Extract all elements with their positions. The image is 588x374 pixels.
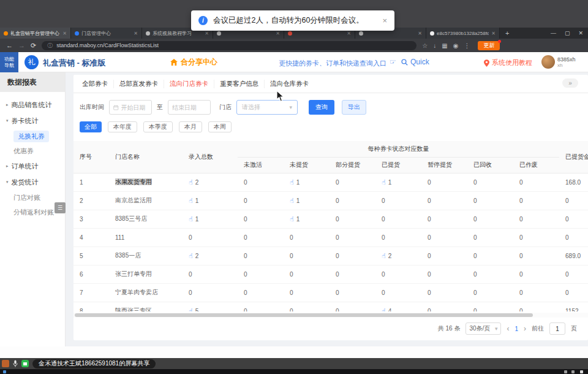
cell-value: 0 xyxy=(284,265,330,283)
tab-close-icon[interactable]: ✕ xyxy=(491,31,496,36)
tab-close-icon[interactable]: ✕ xyxy=(276,31,280,36)
goto-page-input[interactable] xyxy=(549,322,565,335)
tab-vip-customer-info[interactable]: 重要客户信息 xyxy=(214,80,265,88)
hand-pointer-icon[interactable]: ☝ xyxy=(189,307,193,312)
tray-icon[interactable] xyxy=(564,370,567,373)
tab-hq-direct-cards[interactable]: 总部直发券卡 xyxy=(114,80,164,88)
taskbar-app-icon[interactable] xyxy=(3,370,6,373)
share-status-text: 金禾通技术王斌18662591081的屏幕共享 xyxy=(39,359,149,368)
chip-year[interactable]: 本年度 xyxy=(108,121,137,132)
extensions-icon[interactable]: ▦ xyxy=(442,42,447,49)
cell-index: 6 xyxy=(74,265,109,283)
tab-close-icon[interactable]: ✕ xyxy=(134,31,138,36)
close-icon[interactable]: ✕ xyxy=(578,30,583,36)
sidebar-item-order-stats[interactable]: ▸ 订单统计 xyxy=(0,158,65,174)
sidebar-item-exchange-coupon[interactable]: 兑换礼券 xyxy=(0,129,65,143)
function-nav-toggle[interactable]: 功能 导航 xyxy=(0,52,18,72)
screen: 礼盒营销平台管理中心 ✕ 门店管理中心 ✕ 系统视频教程学习 ✕ ✕ ✕ ✕ xyxy=(0,0,588,374)
tray-icon[interactable] xyxy=(571,370,575,373)
chip-week[interactable]: 本周 xyxy=(208,121,232,132)
start-date-input[interactable] xyxy=(109,100,152,115)
scrollbar-thumb[interactable] xyxy=(75,313,533,317)
bookmark-star-icon[interactable]: ☆ xyxy=(422,42,428,49)
expand-button[interactable]: » xyxy=(562,78,578,88)
hand-pointer-icon[interactable]: ☝ xyxy=(189,252,193,259)
search-button[interactable]: 查询 xyxy=(309,100,334,115)
browser-menu-icon[interactable]: ⋮ xyxy=(464,42,470,49)
cell-value: 0 xyxy=(421,228,467,246)
site-info-icon[interactable]: ⓘ xyxy=(47,42,53,50)
prev-page-button[interactable]: ‹ xyxy=(507,324,509,333)
sidebar-item-product-stats[interactable]: ▸ 商品销售统计 xyxy=(0,97,65,113)
hand-pointer-icon[interactable]: ☝ xyxy=(382,178,386,186)
chip-month[interactable]: 本月 xyxy=(179,121,202,132)
tab-close-icon[interactable]: ✕ xyxy=(418,31,422,36)
chip-quarter[interactable]: 本季度 xyxy=(143,121,173,132)
pointing-hand-icon: ☞ xyxy=(390,58,396,66)
quick-search-link[interactable]: Quick xyxy=(401,58,429,66)
tab-close-icon[interactable]: ✕ xyxy=(347,31,351,36)
start-date-field[interactable] xyxy=(121,104,148,111)
cell-value: 0 xyxy=(421,173,467,191)
chevron-down-icon: ▾ xyxy=(495,326,498,332)
sidebar-item-coupon-stats[interactable]: ▾ 券卡统计 xyxy=(0,113,65,129)
hand-pointer-icon[interactable]: ☝ xyxy=(189,197,193,204)
share-user-avatar xyxy=(2,360,9,367)
tutorial-link[interactable]: 系统使用教程 xyxy=(484,58,532,67)
tab-close-icon[interactable]: ✕ xyxy=(205,31,209,36)
share-center-label: 合分享中心 xyxy=(181,57,217,67)
sidebar-item-discount-coupon[interactable]: 优惠券 xyxy=(0,143,65,158)
export-button[interactable]: 导出 xyxy=(342,100,366,115)
hand-pointer-icon[interactable]: ☝ xyxy=(189,178,193,186)
page-number[interactable]: 1 xyxy=(514,326,518,332)
minimize-icon[interactable]: — xyxy=(551,30,556,36)
tab-warehouse-flow-cards[interactable]: 流向仓库券卡 xyxy=(265,80,314,88)
toast-close-icon[interactable]: × xyxy=(382,16,387,25)
hand-pointer-icon[interactable]: ☝ xyxy=(189,215,193,223)
cell-index: 3 xyxy=(74,210,109,228)
quick-filter-row: 全部 本年度 本季度 本月 本周 xyxy=(80,121,232,132)
sidebar-item-shipping-stats[interactable]: ▾ 发货统计 xyxy=(0,174,65,190)
hand-pointer-icon[interactable]: ☝ xyxy=(382,252,386,259)
tab-all-cards[interactable]: 全部券卡 xyxy=(77,80,114,88)
cell-value: 0 xyxy=(467,228,513,246)
store-select[interactable]: 请选择 ▾ xyxy=(236,100,298,115)
refresh-icon[interactable]: ⟳ xyxy=(31,42,36,50)
browser-tab-0[interactable]: 礼盒营销平台管理中心 ✕ xyxy=(0,28,71,39)
browser-tab-1[interactable]: 门店管理中心 ✕ xyxy=(71,28,142,39)
hand-pointer-icon[interactable]: ☝ xyxy=(290,178,294,186)
cell-value: 0 xyxy=(330,265,375,283)
microphone-icon[interactable] xyxy=(13,360,18,367)
end-date-field[interactable] xyxy=(172,104,206,111)
col-header-not-picked: 未提货 xyxy=(284,157,330,173)
browser-update-button[interactable]: 更新 xyxy=(478,41,500,50)
page-size-select[interactable]: 30条/页 ▾ xyxy=(466,322,501,335)
hand-pointer-icon[interactable]: ☝ xyxy=(290,197,294,204)
chip-all[interactable]: 全部 xyxy=(80,121,102,132)
back-icon[interactable]: ← xyxy=(6,42,13,49)
download-icon[interactable]: ↓ xyxy=(433,42,436,49)
total-count: 共 16 条 xyxy=(438,324,461,333)
next-page-button[interactable]: › xyxy=(524,324,526,333)
cell-value: 0 xyxy=(330,246,375,265)
maximize-icon[interactable]: ▢ xyxy=(565,30,570,36)
user-name: 8385xh xyxy=(557,56,576,63)
browser-tab-6[interactable]: e8c573980b1328a258fd2a6li ✕ xyxy=(426,28,500,39)
tab-store-flow-cards[interactable]: 流向门店券卡 xyxy=(164,80,214,88)
cell-value: 0 xyxy=(421,302,467,311)
table-row: 1水果发货专用☝20☝10☝1000168.0 xyxy=(74,173,588,191)
forward-icon[interactable]: → xyxy=(18,42,25,49)
new-tab-button[interactable]: + xyxy=(500,28,514,39)
hand-pointer-icon[interactable]: ☝ xyxy=(382,307,386,312)
tray-icon[interactable] xyxy=(580,370,583,373)
end-date-input[interactable] xyxy=(168,100,211,115)
url-bar[interactable]: ⓘ standard.maboy.cn/CardFlowStatisticsLi… xyxy=(42,41,417,50)
sidebar-collapse-handle[interactable]: ☰ xyxy=(55,202,66,213)
hand-pointer-icon[interactable]: ☝ xyxy=(290,215,294,223)
cell-value: 0 xyxy=(284,283,330,302)
cell-value: 0 xyxy=(513,210,559,228)
profile-icon[interactable]: ◉ xyxy=(453,42,459,49)
tab-close-icon[interactable]: ✕ xyxy=(62,31,67,36)
user-avatar[interactable] xyxy=(541,55,555,69)
share-center-link[interactable]: 合分享中心 xyxy=(170,57,217,67)
